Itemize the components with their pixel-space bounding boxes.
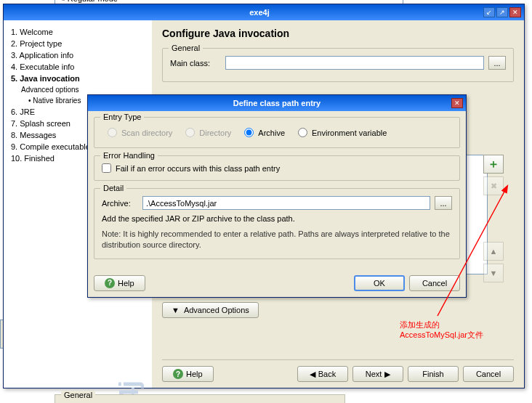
detail-legend: Detail	[100, 184, 126, 192]
entry-type-fieldset: Entry Type Scan directory Directory Arch…	[94, 117, 460, 148]
sidebar-item-application-info[interactable]: 3. Application info	[11, 49, 145, 61]
arrow-left-icon: ◀	[310, 370, 315, 379]
cancel-button[interactable]: Cancel	[463, 366, 514, 382]
general-legend: General	[169, 44, 203, 52]
environment-variable-radio[interactable]: Environment variable	[298, 128, 387, 137]
sidebar-item-java-invocation[interactable]: 5. Java invocation	[11, 73, 145, 84]
sidebar-item-welcome[interactable]: 1. Welcome	[11, 26, 145, 38]
remove-button: ✖	[483, 176, 504, 195]
modal-cancel-button[interactable]: Cancel	[409, 275, 460, 291]
general-fieldset: General Main class: ...	[162, 48, 514, 82]
move-up-button: ▲	[483, 242, 504, 261]
main-class-label: Main class:	[170, 59, 221, 68]
main-class-browse-button[interactable]: ...	[488, 56, 506, 70]
directory-radio: Directory	[185, 128, 231, 137]
arrow-up-icon: ▲	[490, 247, 498, 256]
help-icon: ?	[173, 369, 183, 379]
plus-icon: ＋	[488, 157, 499, 172]
archive-input[interactable]	[142, 196, 430, 210]
move-down-button: ▼	[483, 264, 504, 282]
restore-down-icon[interactable]: ↙	[483, 7, 495, 17]
help-button[interactable]: ?Help	[162, 366, 214, 382]
add-button[interactable]: ＋	[483, 155, 504, 174]
finish-button[interactable]: Finish	[408, 366, 459, 382]
modal-help-button[interactable]: ?Help	[94, 275, 145, 291]
detail-description: Add the specified JAR or ZIP archive to …	[102, 214, 452, 223]
back-button[interactable]: ◀Back	[297, 366, 348, 382]
error-handling-legend: Error Handling	[100, 151, 158, 160]
entry-type-legend: Entry Type	[100, 113, 144, 121]
detail-note: Note: It is highly recommended to enter …	[102, 229, 452, 251]
define-classpath-dialog: Define class path entry ✕ Entry Type Sca…	[87, 94, 467, 298]
modal-titlebar: Define class path entry ✕	[88, 95, 466, 111]
sidebar-item-project-type[interactable]: 2. Project type	[11, 38, 145, 49]
detail-fieldset: Detail Archive: ... Add the specified JA…	[94, 188, 460, 259]
scan-directory-radio: Scan directory	[108, 128, 172, 137]
annotation-text: 添加生成的 AccessToMySql.jar文件	[400, 319, 483, 341]
x-icon: ✖	[491, 182, 497, 191]
archive-browse-button[interactable]: ...	[435, 196, 452, 210]
next-button[interactable]: Next▶	[352, 366, 403, 382]
archive-radio[interactable]: Archive	[244, 128, 285, 137]
close-icon[interactable]: ✕	[509, 7, 521, 17]
triangle-down-icon: ▼	[172, 306, 180, 314]
error-handling-fieldset: Error Handling Fail if an error occurs w…	[94, 155, 460, 181]
arrow-right-icon: ▶	[384, 370, 390, 379]
advanced-options-button[interactable]: ▼ Advanced Options	[162, 302, 259, 318]
fail-on-error-checkbox[interactable]: Fail if an error occurs with this class …	[102, 163, 452, 173]
modal-close-icon[interactable]: ✕	[451, 98, 463, 108]
main-titlebar: exe4j ↙ ↗ ✕	[4, 4, 524, 20]
modal-title: Define class path entry	[102, 99, 451, 107]
main-class-input[interactable]	[225, 56, 484, 70]
archive-label: Archive:	[102, 199, 138, 208]
page-title: Configure Java invocation	[162, 28, 514, 39]
arrow-down-icon: ▼	[490, 269, 498, 277]
main-title: exe4j	[36, 8, 483, 17]
help-icon: ?	[105, 278, 115, 288]
maximize-icon[interactable]: ↗	[496, 7, 508, 17]
ok-button[interactable]: OK	[354, 275, 405, 291]
regular-mode-radio-fragment: ○ Regular mode	[61, 0, 118, 3]
background-panel-bottom: General	[55, 394, 345, 403]
wizard-footer: ?Help ◀Back Next▶ Finish Cancel	[162, 359, 514, 382]
sidebar-item-advanced-options[interactable]: Advanced options	[11, 84, 145, 95]
sidebar-item-executable-info[interactable]: 4. Executable info	[11, 61, 145, 73]
